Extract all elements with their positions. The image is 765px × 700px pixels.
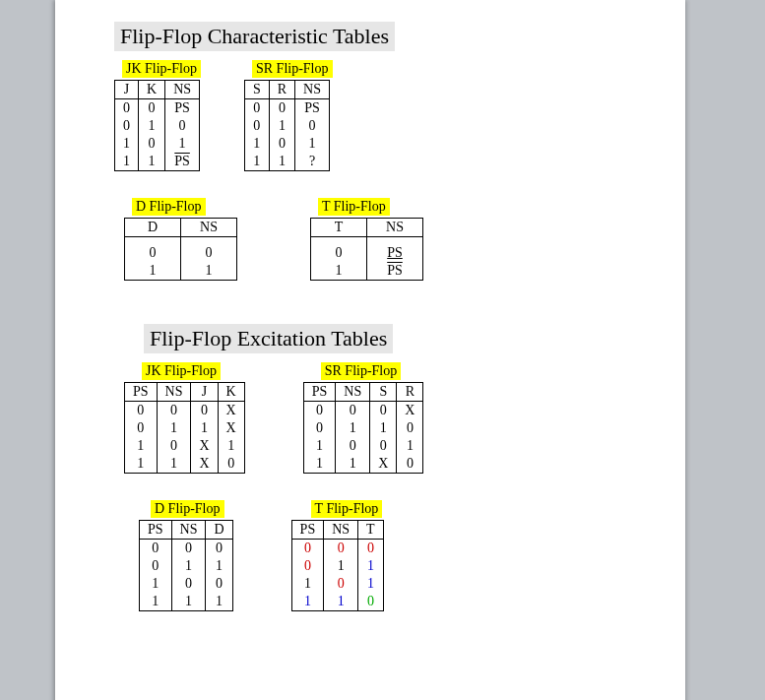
table-row: 1001 [303, 437, 423, 455]
cell: 1 [206, 593, 232, 611]
cell: 1 [115, 135, 139, 153]
cell: 0 [115, 117, 139, 135]
document-page: Flip-Flop Characteristic Tables JK Flip-… [55, 0, 685, 700]
cell: 1 [125, 262, 181, 281]
table-row: 00 [125, 237, 237, 263]
cell: 0 [165, 117, 200, 135]
table-row: 00PS [115, 99, 200, 118]
exc-jk-table: PS NS J K 000X 011X 10X1 11X0 [124, 382, 245, 474]
col-ns: NS [181, 219, 237, 237]
exc-sr-label: SR Flip-Flop [321, 362, 402, 380]
cell: 0 [269, 99, 294, 118]
cell: PS [367, 262, 423, 281]
table-row: 010 [115, 117, 200, 135]
col-t: T [311, 219, 367, 237]
col-s: S [370, 383, 397, 402]
col-ns: NS [367, 219, 423, 237]
char-t-table: T NS 0PS 1PS [310, 218, 423, 281]
cell: 1 [295, 135, 330, 153]
cell: 1 [324, 593, 358, 611]
cell: 0 [125, 237, 181, 263]
cell: 0 [244, 99, 269, 118]
cell: 0 [303, 419, 336, 437]
col-ns: NS [165, 81, 200, 99]
table-row: 011 [140, 557, 233, 575]
exc-jk-label: JK Flip-Flop [142, 362, 221, 380]
col-r: R [397, 383, 423, 402]
cell: 1 [324, 557, 358, 575]
col-d: D [206, 521, 232, 540]
cell: 0 [157, 437, 191, 455]
exc-d-group: D Flip-Flop PS NS D 000 011 100 111 [139, 499, 233, 611]
cell: 0 [206, 575, 232, 593]
char-sr-label: SR Flip-Flop [252, 60, 333, 78]
exc-sr-group: SR Flip-Flop PS NS S R 000X 0110 1001 11… [303, 361, 424, 474]
table-row: 011 [291, 557, 383, 575]
table-row: 00PS [244, 99, 329, 118]
excitation-section: Flip-Flop Excitation Tables JK Flip-Flop… [114, 324, 685, 629]
cell: 0 [295, 117, 330, 135]
cell: 1 [358, 575, 384, 593]
cell: 0 [181, 237, 237, 263]
col-t: T [358, 521, 384, 540]
cell: 0 [218, 455, 244, 474]
table-header: T NS [311, 219, 423, 237]
cell: 1 [181, 262, 237, 281]
table-row: 000 [140, 540, 233, 558]
cell: 1 [311, 262, 367, 281]
cell: 0 [171, 575, 206, 593]
cell: 1 [157, 419, 191, 437]
cell: 1 [171, 593, 206, 611]
cell: ? [295, 153, 330, 171]
cell: 0 [291, 557, 324, 575]
cell: 1 [303, 455, 336, 474]
table-row: 101 [115, 135, 200, 153]
table-row: 11PS [115, 153, 200, 171]
table-header: S R NS [244, 81, 329, 99]
col-ns: NS [295, 81, 330, 99]
exc-d-label: D Flip-Flop [151, 500, 224, 518]
cell: 1 [397, 437, 423, 455]
table-row: 11X0 [125, 455, 245, 474]
cell: PS [295, 99, 330, 118]
table-row: 11 [125, 262, 237, 281]
char-t-label: T Flip-Flop [318, 198, 390, 216]
cell: 0 [336, 437, 370, 455]
table-row: 100 [140, 575, 233, 593]
char-t-group: T Flip-Flop T NS 0PS 1PS [310, 197, 423, 281]
table-row: 11? [244, 153, 329, 171]
cell: 1 [244, 135, 269, 153]
char-sr-group: SR Flip-Flop S R NS 00PS 010 101 11? [244, 59, 333, 171]
cell: 1 [291, 593, 324, 611]
cell: 1 [125, 455, 158, 474]
table-row: 111 [140, 593, 233, 611]
characteristic-section: Flip-Flop Characteristic Tables JK Flip-… [114, 22, 685, 298]
cell: 0 [370, 437, 397, 455]
cell: 0 [397, 455, 423, 474]
cell: 1 [218, 437, 244, 455]
table-header: J K NS [115, 81, 200, 99]
col-s: S [244, 81, 269, 99]
cell: X [397, 402, 423, 420]
cell: 0 [115, 99, 139, 118]
characteristic-title: Flip-Flop Characteristic Tables [114, 22, 395, 51]
col-ps: PS [125, 383, 158, 402]
col-d: D [125, 219, 181, 237]
cell: 0 [140, 540, 172, 558]
char-d-table: D NS 00 11 [124, 218, 237, 281]
cell: 0 [311, 237, 367, 263]
char-sr-table: S R NS 00PS 010 101 11? [244, 80, 330, 171]
cell: X [191, 455, 218, 474]
char-jk-label: JK Flip-Flop [122, 60, 201, 78]
cell: 1 [157, 455, 191, 474]
cell: 0 [358, 593, 384, 611]
col-k: K [139, 81, 165, 99]
cell: 0 [157, 402, 191, 420]
table-row: 0PS [311, 237, 423, 263]
table-header: PS NS T [291, 521, 383, 540]
col-j: J [115, 81, 139, 99]
exc-sr-table: PS NS S R 000X 0110 1001 11X0 [303, 382, 424, 474]
col-ns: NS [336, 383, 370, 402]
cell: 0 [336, 402, 370, 420]
cell: 0 [397, 419, 423, 437]
